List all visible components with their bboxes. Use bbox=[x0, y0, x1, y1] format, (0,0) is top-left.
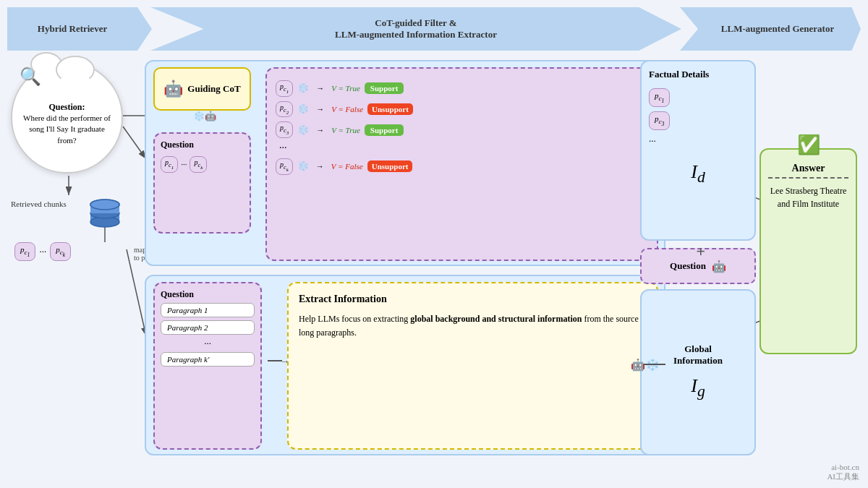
filter-snowflake-k: ❄️ bbox=[297, 160, 309, 172]
filter-snowflake-1: ❄️ bbox=[297, 82, 309, 94]
guiding-cot-label: Guiding CoT bbox=[187, 83, 240, 95]
header-hybrid-retriever: Hybrid Retriever bbox=[7, 7, 152, 51]
retrieved-chunks-label: Retrieved chunks bbox=[11, 199, 69, 210]
right-question-label: Question bbox=[670, 260, 706, 272]
sub-chunks-ellipsis: ··· bbox=[181, 160, 187, 168]
question-text: Where did the performer of song I'll Say… bbox=[20, 113, 114, 146]
factual-ellipsis: ··· bbox=[649, 135, 747, 147]
sub-chunk-pc1: pc1 bbox=[161, 156, 178, 173]
header-left-label: Hybrid Retriever bbox=[38, 23, 107, 35]
filter-row-ellipsis: ··· bbox=[276, 142, 648, 154]
paragraph-2: Paragraph 2 bbox=[161, 320, 255, 335]
watermark-site: ai-bot.cn bbox=[831, 463, 859, 471]
filter-chunk-pck: pck bbox=[276, 158, 293, 175]
paragraph-k: Paragraph k' bbox=[161, 352, 255, 367]
extract-title: Extract Information bbox=[299, 294, 647, 305]
bottom-section-box: Question Paragraph 1 Paragraph 2 ··· Par… bbox=[145, 275, 665, 455]
checkmark-icon: ✅ bbox=[797, 134, 820, 156]
filter-chunk-pc2: pc2 bbox=[276, 101, 293, 118]
filter-value-3: V = True bbox=[331, 126, 360, 134]
svg-point-18 bbox=[90, 200, 119, 210]
extract-text: Help LLMs focus on extracting global bac… bbox=[299, 312, 647, 340]
support-badge-1: Support bbox=[365, 82, 404, 94]
question-label: Question: bbox=[20, 102, 114, 113]
filter-row-pc1: pc1 ❄️ → V = True Support bbox=[276, 80, 648, 97]
question-subbox-label: Question bbox=[161, 140, 244, 150]
factual-id-label: Id bbox=[649, 161, 747, 187]
paragraph-ellipsis: ··· bbox=[161, 338, 255, 349]
header-llm-generator: LLM-augmented Generator bbox=[680, 7, 861, 51]
filter-snowflake-2: ❄️ bbox=[297, 103, 309, 115]
filter-value-2: V = False bbox=[331, 105, 363, 114]
sub-chunk-pck: pck bbox=[190, 156, 207, 173]
chunks-row: pc1 ··· pck bbox=[14, 242, 71, 261]
magnifier-icon: 🔍 bbox=[20, 67, 41, 87]
guiding-cot-box: 🤖 Guiding CoT bbox=[153, 67, 251, 111]
chunks-inner-row: pc1 ··· pck bbox=[161, 156, 244, 173]
question-cloud: 🔍 Question: Where did the performer of s… bbox=[11, 61, 123, 174]
factual-details-box: Factual Details pc1 pc3 ··· Id bbox=[640, 60, 756, 241]
watermark-label: AI工具集 bbox=[827, 472, 859, 481]
answer-box: ✅ Answer Lee Strasberg Theatre and Film … bbox=[760, 148, 857, 354]
watermark: ai-bot.cn AI工具集 bbox=[827, 463, 859, 482]
answer-text: Lee Strasberg Theatre and Film Institute bbox=[768, 184, 848, 210]
bottom-question-subbox: Question Paragraph 1 Paragraph 2 ··· Par… bbox=[153, 282, 262, 450]
right-question-robot-icon: 🤖 bbox=[712, 260, 726, 273]
header-right-label: LLM-augmented Generator bbox=[721, 23, 834, 35]
plus-sign-top: + bbox=[696, 242, 705, 261]
cot-snowflake-icon: ❄️🤖 bbox=[193, 111, 216, 122]
svg-line-2 bbox=[127, 249, 146, 336]
extract-info-box: Extract Information Help LLMs focus on e… bbox=[287, 282, 658, 450]
header-cot-filter: CoT-guided Filter & LLM-augmented Inform… bbox=[150, 7, 681, 51]
filter-row-pc3: pc3 ❄️ → V = True Support bbox=[276, 121, 648, 138]
global-info-title: GlobalInformation bbox=[673, 343, 723, 367]
global-info-id-label: Ig bbox=[691, 375, 705, 401]
chunk-pc1: pc1 bbox=[14, 242, 35, 261]
filter-snowflake-3: ❄️ bbox=[297, 124, 309, 136]
retrieved-label-text: Retrieved chunks bbox=[11, 200, 67, 208]
filter-value-k: V = False bbox=[331, 162, 363, 171]
paragraph-1: Paragraph 1 bbox=[161, 303, 255, 317]
filter-chunk-pc3: pc3 bbox=[276, 121, 293, 138]
filter-row-pc2: pc2 ❄️ → V = False Unsupport bbox=[276, 101, 648, 118]
filter-box: pc1 ❄️ → V = True Support pc2 ❄️ → V = F… bbox=[265, 67, 658, 261]
unsupport-badge-2: Unsupport bbox=[367, 103, 413, 115]
main-area: 🔍 Question: Where did the performer of s… bbox=[7, 54, 861, 481]
answer-title: Answer bbox=[768, 163, 848, 179]
svg-line-3 bbox=[123, 127, 146, 159]
header-middle-label: CoT-guided Filter & LLM-augmented Inform… bbox=[335, 17, 497, 40]
database-icon bbox=[87, 199, 123, 231]
filter-value-1: V = True bbox=[331, 84, 360, 93]
extract-to-global-arrow bbox=[644, 364, 665, 365]
question-subbox: Question pc1 ··· pck bbox=[153, 132, 251, 234]
unsupport-badge-k: Unsupport bbox=[367, 160, 413, 172]
chunks-ellipsis: ··· bbox=[39, 246, 46, 257]
factual-chunk-pc1: pc1 bbox=[649, 88, 670, 107]
chunk-pck: pck bbox=[50, 242, 71, 261]
filter-row-pck: pck ❄️ → V = False Unsupport bbox=[276, 158, 648, 175]
factual-details-title: Factual Details bbox=[649, 69, 747, 80]
top-section-box: 🤖 Guiding CoT ❄️🤖 Question pc1 ··· pck p… bbox=[145, 60, 665, 266]
factual-chunk-pc3: pc3 bbox=[649, 111, 670, 130]
bottom-question-label: Question bbox=[161, 289, 255, 300]
global-information-box: GlobalInformation Ig bbox=[640, 289, 756, 455]
header-row: Hybrid Retriever CoT-guided Filter & LLM… bbox=[7, 7, 861, 51]
cot-robot-icon: 🤖 bbox=[163, 80, 183, 98]
support-badge-3: Support bbox=[365, 124, 404, 136]
filter-chunk-pc1: pc1 bbox=[276, 80, 293, 97]
